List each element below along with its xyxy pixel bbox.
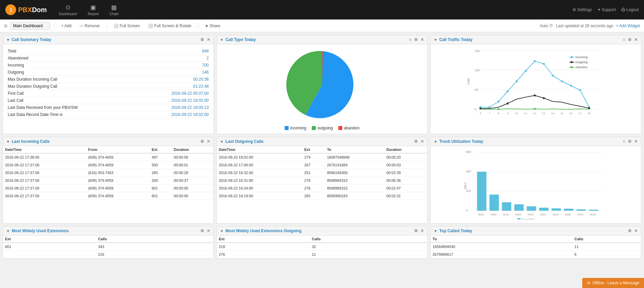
- col-calls-topcalled: Calls: [573, 236, 641, 243]
- svg-text:Trunk/CO: Trunk/CO: [522, 218, 535, 219]
- call-summary-content: Total848Abandoned2Incoming700Outgoing146…: [3, 44, 213, 122]
- cell-duration: 00:06:36: [384, 177, 427, 184]
- calltype-settings-icon[interactable]: ⚙: [414, 37, 418, 42]
- last-incoming-body: DateTime From Ext Duration 2016-09-22 17…: [3, 146, 213, 200]
- collapse-arrow-outgoing[interactable]: ▼: [220, 140, 224, 143]
- svg-text:17: 17: [579, 112, 582, 115]
- widget-call-summary-header: ▼ Call Summary Today ⚙ ✕: [3, 35, 213, 44]
- outgoing-close-icon[interactable]: ✕: [420, 139, 424, 144]
- collapse-arrow-calltype[interactable]: ▼: [220, 38, 224, 42]
- add-button[interactable]: + Add: [58, 22, 74, 30]
- collapse-arrow[interactable]: ▼: [6, 38, 10, 42]
- cell-duration: 00:00:03: [384, 161, 427, 169]
- svg-point-24: [498, 100, 500, 102]
- cell-datetime: 2016-09-22 17:37:00: [3, 161, 86, 169]
- pie-chart: [285, 48, 359, 122]
- traffic-close-icon[interactable]: ✕: [634, 37, 638, 42]
- svg-point-30: [552, 75, 554, 77]
- auto-label[interactable]: Auto ⏱: [540, 24, 553, 28]
- traffic-settings-icon[interactable]: ⚙: [628, 37, 632, 42]
- cell-duration: 00:06:28: [172, 169, 213, 177]
- mwuo-settings-icon[interactable]: ⚙: [414, 229, 418, 233]
- summary-label: Max Duration Incoming Call: [6, 76, 138, 83]
- summary-value[interactable]: 2: [138, 55, 210, 62]
- svg-text:14: 14: [551, 112, 554, 115]
- svg-text:0018: 0018: [590, 213, 596, 216]
- nav-chart-label: Chart: [109, 12, 118, 16]
- summary-row: Last Data Record Date Time is2016-09-22 …: [6, 111, 210, 118]
- svg-point-37: [534, 94, 536, 96]
- widget-call-traffic: ▼ Call Traffic Today ≡ ⚙ ✕ 150 100 50 0 …: [430, 35, 641, 134]
- outgoing-settings-icon[interactable]: ⚙: [414, 139, 418, 144]
- col-datetime: DateTime: [3, 146, 86, 153]
- summary-value[interactable]: 700: [138, 62, 210, 69]
- svg-point-28: [534, 60, 536, 62]
- calltype-menu-icon[interactable]: ≡: [409, 37, 411, 42]
- summary-row: Total848: [6, 48, 210, 55]
- nav-dashboard[interactable]: ⊙ Dashboard: [58, 1, 79, 18]
- add-widget-button[interactable]: + Add Widget: [616, 24, 640, 28]
- summary-row: Outgoing146: [6, 69, 210, 76]
- trunk-close-icon[interactable]: ✕: [634, 139, 638, 144]
- svg-text:10: 10: [515, 112, 518, 115]
- widget-mwu-header: ▼ Most Widely Used Extensions ⚙ ✕: [3, 227, 213, 236]
- fullscreen-button[interactable]: ⬜ Full Screen: [111, 22, 143, 30]
- widget-last-incoming: ▼ Last Incoming Calls ⚙ ✕ DateTime From …: [3, 137, 214, 223]
- cell-to: 8565960183: [325, 192, 384, 200]
- settings-icon[interactable]: ⚙: [200, 37, 204, 42]
- table-row: 2016-09-22 16:19:00265856596018300:02:31: [217, 192, 427, 200]
- summary-value[interactable]: 848: [138, 48, 210, 55]
- remove-button[interactable]: — Remove: [77, 22, 102, 30]
- mwu-title: Most Widely Used Extensions: [12, 229, 69, 233]
- collapse-arrow-trunk[interactable]: ▼: [434, 140, 437, 143]
- logout-link[interactable]: ⏻ Logout: [621, 7, 639, 12]
- svg-text:Outgoing: Outgoing: [576, 60, 588, 64]
- top-called-body: To Calls 185648945401126796806176: [431, 236, 641, 258]
- calltype-close-icon[interactable]: ✕: [420, 37, 424, 42]
- summary-row: Incoming700: [6, 62, 210, 69]
- svg-text:0003: 0003: [491, 213, 497, 216]
- fullscreen-rotate-button[interactable]: ⬜ DashboardFull Screen & Rotate: [145, 22, 194, 30]
- topcalled-close-icon[interactable]: ✕: [634, 229, 638, 233]
- trunk-settings-icon[interactable]: ⚙: [628, 139, 632, 144]
- nav-chart[interactable]: ▦ Chart: [108, 1, 120, 18]
- svg-text:Calls: Calls: [467, 78, 470, 85]
- widget-top-called: ▼ Top Called Today ⚙ ✕ To Calls 18564894…: [430, 226, 641, 259]
- collapse-arrow-traffic[interactable]: ▼: [434, 38, 437, 42]
- collapse-arrow-mwuo[interactable]: ▼: [220, 229, 224, 233]
- cell-ext: 276: [217, 251, 310, 258]
- incoming-close-icon[interactable]: ✕: [207, 139, 210, 144]
- svg-text:5: 5: [480, 112, 482, 115]
- mwu-table: Ext Calls 601343216: [3, 236, 213, 258]
- topcalled-settings-icon[interactable]: ⚙: [628, 229, 632, 233]
- svg-text:16: 16: [569, 112, 573, 115]
- last-outgoing-table: DateTime Ext To Duration 2016-09-22 18:0…: [217, 146, 427, 200]
- support-link[interactable]: ✦ Support: [597, 7, 616, 12]
- mwu-body: Ext Calls 601343216: [3, 236, 213, 258]
- main-content: ▼ Call Summary Today ⚙ ✕ Total848Abandon…: [0, 32, 644, 261]
- nav-report[interactable]: ▣ Report: [86, 1, 100, 18]
- trunk-menu-icon[interactable]: ≡: [623, 139, 625, 144]
- svg-text:12: 12: [533, 112, 536, 115]
- mwuo-close-icon[interactable]: ✕: [420, 229, 424, 233]
- svg-point-23: [489, 106, 491, 108]
- incoming-settings-icon[interactable]: ⚙: [200, 139, 204, 144]
- settings-link[interactable]: ⚙ AutoSettings: [573, 7, 592, 12]
- collapse-arrow-mwu[interactable]: ▼: [6, 229, 10, 233]
- pie-legend: incoming outgoing abandon: [285, 126, 360, 130]
- cell-ext: 601: [150, 184, 172, 192]
- table-row: 2016-09-22 16:24:00276856896915200:02:47: [217, 184, 427, 192]
- cell-datetime: 2016-09-22 16:32:00: [217, 169, 302, 177]
- collapse-arrow-topcalled[interactable]: ▼: [434, 229, 437, 233]
- summary-value[interactable]: 146: [138, 69, 210, 76]
- dashboard-select[interactable]: Main Dashboard: [10, 22, 50, 30]
- mwu-settings-icon[interactable]: ⚙: [200, 229, 204, 233]
- collapse-arrow-incoming[interactable]: ▼: [6, 140, 10, 143]
- cell-calls: 11: [310, 251, 427, 258]
- cell-from: (609) 374-4059: [86, 184, 150, 192]
- traffic-menu-icon[interactable]: ≡: [623, 37, 625, 42]
- cell-ext: 497: [150, 153, 172, 161]
- mwu-close-icon[interactable]: ✕: [207, 229, 210, 233]
- share-button[interactable]: ➤ Share: [202, 22, 223, 30]
- close-icon[interactable]: ✕: [207, 37, 210, 42]
